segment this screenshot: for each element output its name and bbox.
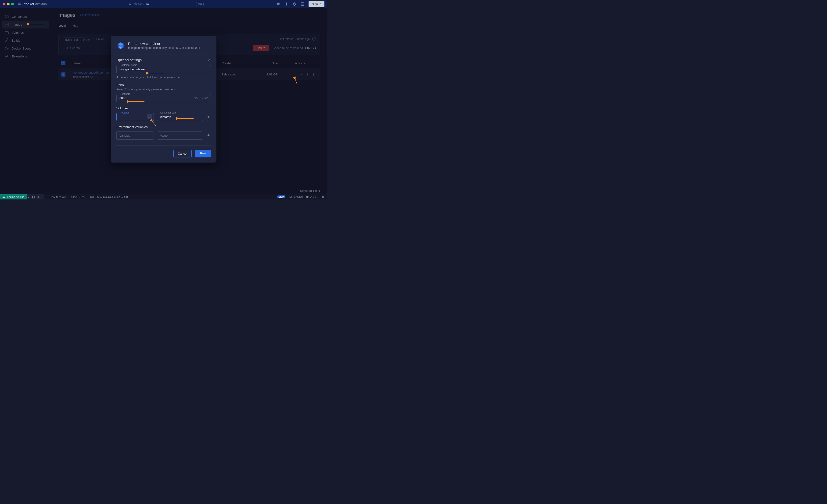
apps-grid-icon[interactable] [301,2,304,6]
host-path-label: Host path [119,111,131,114]
disk-stat: Disk 56.67 GB avail. of 62.67 GB [90,195,128,198]
add-env-button[interactable]: + [206,133,211,138]
search-shortcut: ⌘K [196,2,204,6]
search-prefix: Search: [134,2,144,6]
bug-icon[interactable] [285,2,288,6]
learn-icon[interactable] [276,2,280,6]
add-volume-button[interactable]: + [206,114,211,119]
titlebar: docker desktop Search: ⌘K Sign in [0,0,327,8]
svg-point-2 [286,3,287,5]
modal-title: Run a new container [128,42,200,46]
close-window-icon[interactable] [3,3,5,5]
search-icon [129,2,132,6]
env-title: Environment variables [116,125,211,129]
terminal-toggle[interactable]: Terminal [289,195,303,198]
check-circle-icon [306,195,309,198]
whale-icon [17,2,22,6]
engine-status[interactable]: Engine running [0,194,27,200]
svg-rect-5 [303,2,304,3]
maximize-window-icon[interactable] [11,3,14,5]
svg-rect-3 [301,2,302,3]
svg-rect-11 [303,5,304,6]
engine-play-icon[interactable]: ▶ [27,194,31,200]
app-name-light: desktop [35,2,47,6]
terminal-icon [289,196,292,198]
engine-controls: ▶ ❚❚ ⏻ ⋮ [27,194,44,200]
svg-point-0 [129,3,131,5]
statusbar: Engine running ▶ ❚❚ ⏻ ⋮ RAM 0.74 GB CPU … [0,194,327,200]
svg-rect-37 [289,196,291,198]
svg-line-1 [131,4,132,5]
optional-settings-toggle[interactable]: Optional settings [116,58,211,62]
svg-rect-7 [302,4,303,4]
ports-title: Ports [116,83,211,87]
port-suffix: :27017/tcp [194,96,208,100]
svg-rect-8 [303,4,304,4]
svg-rect-9 [301,5,302,6]
bell-icon[interactable] [322,195,325,199]
window-controls [3,3,14,5]
top-icons [276,2,304,6]
whale-icon [2,196,6,198]
container-path-label: Container path [159,111,178,114]
modal-subtitle: mongodb/mongodb-community-server:5.0.15-… [128,46,200,50]
container-cube-icon [116,42,125,50]
app-logo: docker desktop [17,2,47,6]
ram-stat: RAM 0.74 GB [50,195,66,198]
svg-rect-4 [302,2,303,3]
minimize-window-icon[interactable] [7,3,10,5]
cpu-stat: CPU --.-- % [71,195,85,198]
host-port-label: Host port [119,93,131,95]
global-search[interactable]: Search: ⌘K [119,2,204,6]
engine-power-icon[interactable]: ⏻ [36,194,40,200]
container-path-input[interactable] [157,113,203,121]
volumes-title: Volumes [116,107,211,110]
svg-point-38 [306,196,308,198]
engine-pause-icon[interactable]: ❚❚ [31,194,35,200]
name-hint: A random name is generated if you do not… [116,75,211,79]
global-search-input[interactable] [146,2,170,6]
svg-rect-10 [302,5,303,6]
container-name-input[interactable] [116,65,211,73]
version-indicator[interactable]: v4.33.0 [306,195,318,198]
svg-rect-6 [301,4,302,4]
env-value-input[interactable] [157,131,203,139]
run-button[interactable]: Run [195,150,211,157]
beta-badge: BETA [278,195,285,198]
container-name-label: Container name [119,63,138,66]
chevron-up-icon [207,58,211,62]
app-name-bold: docker [23,2,34,6]
cancel-button[interactable]: Cancel [174,150,192,157]
signin-button[interactable]: Sign in [308,1,325,7]
browse-host-path-button[interactable]: … [147,114,152,119]
env-variable-input[interactable] [116,131,154,139]
settings-icon[interactable] [292,2,296,6]
ports-hint: Enter "0" to assign randomly generated h… [116,88,211,91]
run-container-modal: Run a new container mongodb/mongodb-comm… [111,36,216,163]
engine-more-icon[interactable]: ⋮ [40,194,44,200]
